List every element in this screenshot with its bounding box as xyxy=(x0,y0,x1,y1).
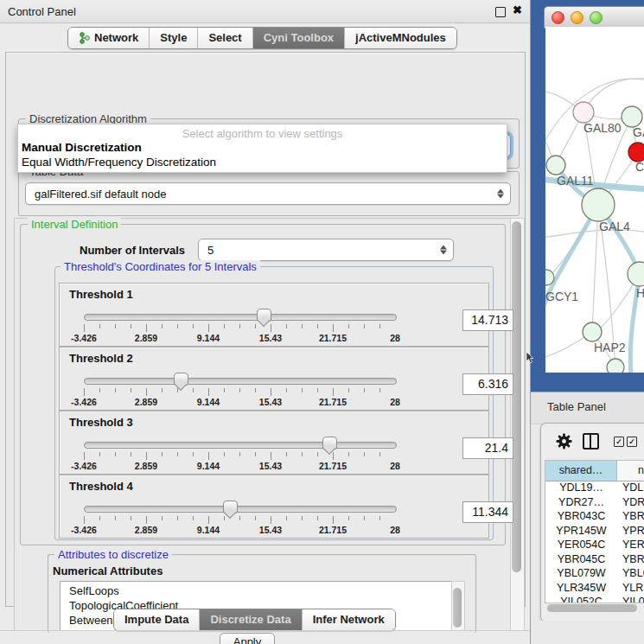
apply-button[interactable]: Apply xyxy=(220,633,275,644)
table-row[interactable]: YBR043CYBR0 xyxy=(545,510,644,525)
network-node-red-selected[interactable] xyxy=(628,143,644,162)
table-cell[interactable]: YLR3 xyxy=(617,582,644,596)
tab-network[interactable]: Network xyxy=(68,28,149,48)
scrollbar-thumb[interactable] xyxy=(453,588,462,628)
table-cell[interactable]: YDR2 xyxy=(617,496,644,511)
table-cell[interactable]: YLR345W xyxy=(545,582,617,596)
tab-infer-network[interactable]: Infer Network xyxy=(302,609,395,630)
number-of-intervals-label: Number of Intervals xyxy=(80,244,185,257)
tab-style[interactable]: Style xyxy=(149,28,197,48)
close-icon[interactable]: ✖ xyxy=(513,3,522,16)
tick-label: -3.426 xyxy=(71,333,97,343)
slider-thumb[interactable] xyxy=(322,437,337,450)
table-row[interactable]: YDR27…YDR2 xyxy=(545,496,644,511)
table-cell[interactable]: YBR0 xyxy=(617,510,644,525)
panel-divider xyxy=(0,630,530,631)
table-cell[interactable]: YER054C xyxy=(545,539,617,553)
dropdown-option-manual-discretization[interactable]: Manual Discretization xyxy=(22,141,142,154)
checkbox-icon[interactable]: ✓ xyxy=(627,437,637,447)
mouse-cursor xyxy=(526,352,534,364)
table-cell[interactable]: YDL1 xyxy=(617,481,644,496)
table-cell[interactable]: YPR145W xyxy=(545,525,617,539)
table-row[interactable]: YBL079WYBL0 xyxy=(545,567,644,582)
close-traffic-light-icon[interactable] xyxy=(552,11,564,24)
slider-track[interactable] xyxy=(84,506,397,513)
number-of-intervals-combobox[interactable]: 5 xyxy=(198,239,454,261)
tab-select[interactable]: Select xyxy=(197,28,252,48)
tick-label: 21.715 xyxy=(319,397,347,407)
float-window-icon[interactable] xyxy=(495,7,506,17)
table-row[interactable]: YDL19…YDL1 xyxy=(545,481,644,496)
threshold-3-slider[interactable]: -3.4262.8599.14415.4321.71528 xyxy=(84,436,395,470)
dropdown-option-equal-width[interactable]: Equal Width/Frequency Discretization xyxy=(22,156,216,169)
slider-track[interactable] xyxy=(84,442,397,449)
slider-thumb[interactable] xyxy=(174,373,188,386)
table-cell[interactable]: YBR043C xyxy=(545,510,617,525)
scrollbar-thumb[interactable] xyxy=(547,604,637,612)
column-header-name[interactable]: n xyxy=(617,461,644,481)
threshold-4-value-field[interactable]: 11.344 xyxy=(462,501,513,523)
tick-label: -3.426 xyxy=(71,525,97,535)
tick-label: 21.715 xyxy=(319,525,347,535)
minimize-traffic-light-icon[interactable] xyxy=(571,11,583,24)
slider-track[interactable] xyxy=(84,314,397,321)
network-node[interactable] xyxy=(546,156,565,175)
slider-thumb[interactable] xyxy=(257,309,271,322)
table-cell[interactable]: YBL0 xyxy=(617,567,644,582)
table-cell[interactable]: YBR0 xyxy=(617,553,644,568)
table-cell[interactable]: YER0 xyxy=(617,539,644,553)
network-node[interactable] xyxy=(628,262,644,286)
numerical-attributes-label: Numerical Attributes xyxy=(53,564,163,577)
desktop-background xyxy=(531,621,644,644)
window-title: Control Panel xyxy=(8,5,76,18)
slider-tick-labels: -3.4262.8599.14415.4321.71528 xyxy=(84,397,395,407)
table-cell[interactable]: YBR045C xyxy=(545,553,617,568)
network-node-hap2[interactable] xyxy=(583,322,602,341)
group-title: Threshold's Coordinates for 5 Intervals xyxy=(61,260,260,273)
slider-thumb[interactable] xyxy=(223,501,238,513)
column-header-shared-name[interactable]: shared… xyxy=(545,461,617,481)
threshold-2-slider[interactable]: -3.4262.8599.14415.4321.71528 xyxy=(84,372,395,406)
table-cell[interactable]: YDL19… xyxy=(545,481,617,496)
slider-ticks xyxy=(84,388,395,392)
threshold-panel-1: Threshold 1 -3.4262.8599.14415.4321.7152… xyxy=(59,283,489,347)
network-node[interactable] xyxy=(622,106,642,127)
network-node[interactable] xyxy=(607,359,624,373)
tick-label: 21.715 xyxy=(319,333,347,343)
network-view-canvas[interactable]: GAL80 GA GAL11 C GAL4 GCY1 H HAP2 xyxy=(545,27,644,373)
threshold-1-value-field[interactable]: 14.713 xyxy=(462,309,513,331)
table-row[interactable]: YLR345WYLR3 xyxy=(545,582,644,596)
table-cell[interactable]: YPR1 xyxy=(617,525,644,539)
checkbox-icon[interactable]: ✓ xyxy=(614,437,624,447)
spinner-arrows-icon xyxy=(497,189,504,199)
table-data-combobox[interactable]: galFiltered.sif default node xyxy=(25,182,511,205)
gear-icon[interactable] xyxy=(556,433,572,450)
table-row[interactable]: YBR045CYBR0 xyxy=(545,553,644,568)
table-row[interactable]: YPR145WYPR1 xyxy=(545,525,644,539)
threshold-panel-4: Threshold 4 -3.4262.8599.14415.4321.7152… xyxy=(59,475,489,539)
network-node-gal4[interactable] xyxy=(582,188,615,221)
threshold-4-slider[interactable]: -3.4262.8599.14415.4321.71528 xyxy=(84,500,395,534)
threshold-label: Threshold 2 xyxy=(69,352,133,365)
tab-cyni-toolbox[interactable]: Cyni Toolbox xyxy=(252,28,344,48)
tick-label: 28 xyxy=(390,525,400,535)
tab-discretize-data[interactable]: Discretize Data xyxy=(199,609,301,630)
tab-impute-data[interactable]: Impute Data xyxy=(114,609,199,630)
slider-ticks xyxy=(84,452,395,456)
zoom-traffic-light-icon[interactable] xyxy=(590,11,603,24)
tick-label: 2.859 xyxy=(135,333,157,343)
list-item[interactable]: SelfLoops xyxy=(61,583,452,598)
tab-jactivemnodules[interactable]: jActiveMNodules xyxy=(344,28,456,48)
table-cell[interactable]: YDR27… xyxy=(545,496,617,511)
slider-track[interactable] xyxy=(84,378,397,385)
table-row[interactable]: YER054CYER0 xyxy=(545,539,644,553)
slider-tick-labels: -3.4262.8599.14415.4321.71528 xyxy=(84,461,395,471)
split-columns-icon[interactable] xyxy=(583,433,599,450)
tick-label: 2.859 xyxy=(135,397,157,407)
threshold-3-value-field[interactable]: 21.4 xyxy=(462,437,513,459)
network-window-titlebar[interactable] xyxy=(544,6,644,29)
network-node-pink[interactable] xyxy=(573,102,594,123)
threshold-1-slider[interactable]: -3.4262.8599.14415.4321.71528 xyxy=(84,308,395,342)
threshold-2-value-field[interactable]: 6.316 xyxy=(462,373,513,395)
table-cell[interactable]: YBL079W xyxy=(545,567,617,582)
